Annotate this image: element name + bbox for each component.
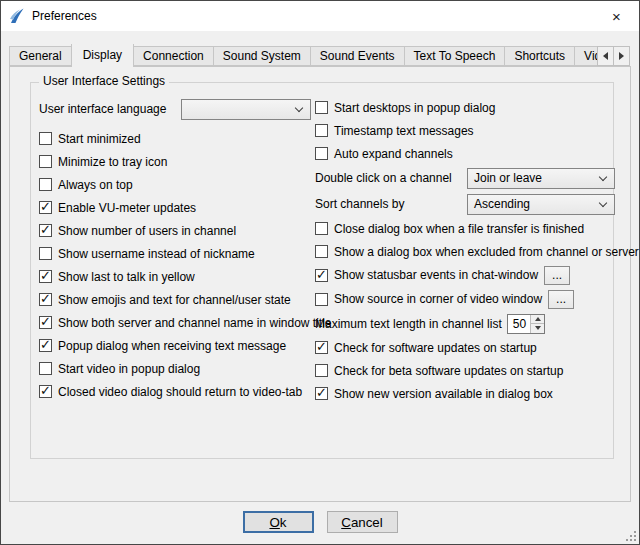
checkbox-label: Show statusbar events in chat-window [334,268,538,282]
tab-sound-events[interactable]: Sound Events [310,46,405,66]
checkbox[interactable] [39,270,52,283]
sort-channels-row: Sort channels by Ascending [315,191,615,217]
sort-channels-label: Sort channels by [315,197,404,211]
tab-general[interactable]: General [9,46,72,66]
checkbox[interactable] [39,132,52,145]
checkbox-row: Show number of users in channel [39,219,311,242]
checkbox-row: Timestamp text messages [315,119,615,142]
checkbox-label: Always on top [58,178,133,192]
checkbox[interactable] [39,385,52,398]
max-text-length-row: Maximum text length in channel list 50 [315,311,615,336]
checkbox-row: Show username instead of nickname [39,242,311,265]
tab-display[interactable]: Display [71,44,134,67]
cancel-button[interactable]: Cancel [327,511,398,533]
tab-text-to-speech[interactable]: Text To Speech [404,46,506,66]
checkbox-label: Show both server and channel name in win… [58,316,332,330]
video-source-more-button[interactable]: ... [548,290,574,309]
chevron-down-icon [295,103,303,111]
statusbar-events-more-button[interactable]: ... [544,266,570,285]
tab-sound-system[interactable]: Sound System [213,46,311,66]
max-text-length-value: 50 [508,315,530,333]
tab-shortcuts[interactable]: Shortcuts [504,46,575,66]
tab-scroll-right-button[interactable] [613,46,630,66]
checkbox-label: Close dialog box when a file transfer is… [334,222,584,236]
tab-scroller [598,46,630,66]
double-click-row: Double click on a channel Join or leave [315,165,615,191]
user-interface-settings-group: User Interface Settings User interface l… [30,82,614,459]
checkbox[interactable] [315,293,328,306]
checkbox[interactable] [315,124,328,137]
checkbox-label: Enable VU-meter updates [58,201,196,215]
checkbox-label: Show number of users in channel [58,224,236,238]
checkbox[interactable] [315,147,328,160]
language-combobox[interactable] [181,99,311,120]
checkbox-row: Show last to talk in yellow [39,265,311,288]
checkbox[interactable] [315,387,328,400]
arrow-left-icon [603,52,608,60]
checkbox-label: Popup dialog when receiving text message [58,339,286,353]
checkbox-row: Start minimized [39,127,311,150]
close-button[interactable]: × [594,1,639,31]
checkbox-label: Start desktops in popup dialog [334,101,495,115]
checkbox[interactable] [39,247,52,260]
sort-channels-combobox[interactable]: Ascending [467,194,615,215]
checkbox[interactable] [39,224,52,237]
checkbox[interactable] [39,178,52,191]
display-tab-page: User Interface Settings User interface l… [9,66,631,502]
checkbox[interactable] [315,245,328,258]
statusbar-events-row: Show statusbar events in chat-window ... [315,263,615,287]
tab-scroll-left-button[interactable] [597,46,614,66]
arrow-down-icon [535,326,541,330]
tab-strip: General Display Connection Sound System … [9,44,631,67]
tab-connection[interactable]: Connection [133,46,214,66]
app-icon [9,8,25,24]
language-label: User interface language [39,102,166,116]
ok-button[interactable]: Ok [243,511,314,533]
group-title: User Interface Settings [39,74,169,88]
checkbox-label: Minimize to tray icon [58,155,167,169]
window-title: Preferences [32,9,97,23]
titlebar: Preferences × [1,1,639,31]
checkbox[interactable] [39,362,52,375]
checkbox-label: Check for beta software updates on start… [334,364,563,378]
checkbox[interactable] [315,269,328,282]
checkbox-label: Show emojis and text for channel/user st… [58,293,291,307]
checkbox-row: Check for software updates on startup [315,336,615,359]
right-column: Start desktops in popup dialog Timestamp… [315,96,615,405]
spin-down-button[interactable] [531,323,544,333]
checkbox[interactable] [315,364,328,377]
max-text-length-spinner[interactable]: 50 [507,314,545,334]
checkbox-label: Closed video dialog should return to vid… [58,385,302,399]
double-click-value: Join or leave [474,171,542,185]
cancel-accesskey: C [341,515,351,530]
checkbox-label: Show a dialog box when excluded from cha… [334,245,639,259]
checkbox-row: Enable VU-meter updates [39,196,311,219]
checkbox[interactable] [39,201,52,214]
spin-up-button[interactable] [531,315,544,324]
checkbox[interactable] [315,222,328,235]
checkbox-label: Show username instead of nickname [58,247,255,261]
double-click-label: Double click on a channel [315,171,452,185]
checkbox-row: Show a dialog box when excluded from cha… [315,240,615,263]
dialog-footer: Ok Cancel [1,511,639,533]
checkbox[interactable] [315,341,328,354]
checkbox-row: Auto expand channels [315,142,615,165]
checkbox-row: Show emojis and text for channel/user st… [39,288,311,311]
checkbox[interactable] [39,316,52,329]
checkbox-row: Minimize to tray icon [39,150,311,173]
checkbox-row: Start desktops in popup dialog [315,96,615,119]
double-click-combobox[interactable]: Join or leave [467,168,615,189]
checkbox-row: Check for beta software updates on start… [315,359,615,382]
checkbox-label: Timestamp text messages [334,124,474,138]
checkbox[interactable] [39,339,52,352]
checkbox-label: Show last to talk in yellow [58,270,195,284]
arrow-up-icon [535,317,541,321]
checkbox-label: Start video in popup dialog [58,362,200,376]
checkbox[interactable] [315,101,328,114]
checkbox[interactable] [39,155,52,168]
resize-grip[interactable] [624,529,637,542]
checkbox[interactable] [39,293,52,306]
cancel-rest: ancel [351,515,383,530]
checkbox-label: Show source in corner of video window [334,292,542,306]
checkbox-label: Check for software updates on startup [334,341,537,355]
